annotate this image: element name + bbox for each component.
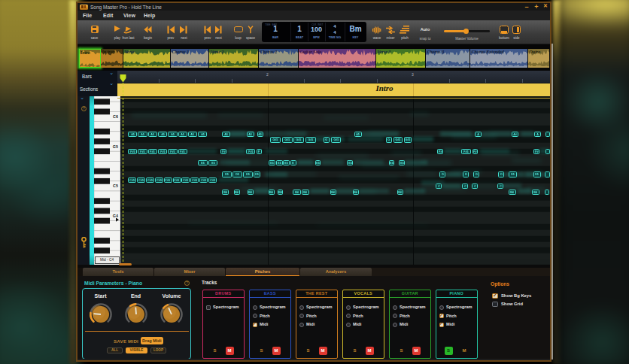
svg-text:C5: C5	[113, 184, 118, 188]
svg-text:G5: G5	[113, 144, 118, 149]
svg-text:G4: G4	[113, 214, 118, 218]
svg-text:C6: C6	[113, 114, 118, 119]
